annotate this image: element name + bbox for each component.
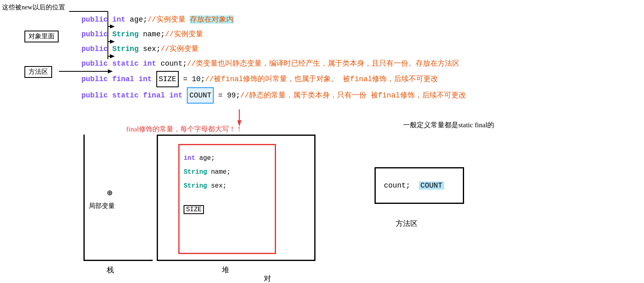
kw-String-2: String [112, 30, 143, 38]
count-assign: = 99; [214, 91, 240, 99]
kw-public-1: public [81, 15, 112, 24]
var-name: name; [143, 30, 165, 38]
comment-4: //类变量也叫静态变量，编译时已经产生，属于类本身，且只有一份。存放在方法区 [187, 60, 460, 68]
size-assign: = 10; [179, 75, 205, 83]
kw-int-5: int [138, 75, 156, 83]
final-note: final修饰的常量，每个字母都大写！！ [126, 124, 243, 134]
heap-box: int age; String name; String sex; SIZE [157, 135, 315, 261]
obj-size-wrapper: SIZE [180, 205, 275, 214]
var-sex: sex; [143, 45, 160, 53]
code-line-3: public String sex;//实例变量 [81, 42, 466, 56]
method-box: count; COUNT [375, 167, 464, 204]
kw-static-4: static [112, 60, 143, 68]
kw-String-3: String [112, 45, 143, 53]
page: 这些被new以后的位置 对象里面 方法区 public int age;//实例… [0, 0, 644, 283]
var-count: count; [160, 60, 187, 68]
code-area: public int age;//实例变量 存放在对象内 public Stri… [81, 12, 466, 104]
code-line-5: public final int SIZE = 10;//被final修饰的叫常… [81, 71, 466, 87]
obj-kw-String-name: String [184, 168, 211, 176]
obj-size-box: SIZE [184, 205, 204, 214]
comment-3: //实例变量 [160, 45, 199, 53]
stack-box: ⊕ [83, 135, 153, 261]
code-line-4: public static int count;//类变量也叫静态变量，编译时已… [81, 56, 466, 71]
code-line-6: public static final int COUNT = 99;//静态的… [81, 87, 466, 104]
obj-name: name; [211, 168, 230, 176]
spacer-1 [186, 15, 190, 24]
heap-label: 堆 [222, 265, 229, 275]
obj-label-diagram: 对象 [264, 273, 271, 283]
kw-int-1: int [112, 15, 130, 24]
kw-int-6: int [169, 91, 187, 99]
jubu-label: 局部变量 [89, 202, 115, 210]
top-annotation: 这些被new以后的位置 [2, 3, 65, 12]
comment-5: //被final修饰的叫常量，也属于对象。 被final修饰，后续不可更改 [205, 75, 438, 83]
obj-kw-int: int [184, 155, 199, 162]
method-COUNT-text: COUNT [419, 181, 444, 190]
kw-final-6: final [143, 91, 169, 99]
kw-public-3: public [81, 45, 112, 53]
obj-label-box: 对象里面 [24, 31, 59, 42]
kw-public-4: public [81, 60, 112, 68]
method-count-text: count; [384, 181, 410, 190]
method-area-label: 方法区 [396, 219, 418, 228]
size-box-top: SIZE [156, 71, 179, 87]
code-line-1: public int age;//实例变量 存放在对象内 [81, 12, 466, 27]
kw-public-5: public [81, 75, 112, 83]
comment-2: //实例变量 [165, 30, 203, 38]
comment-1: //实例变量 [147, 15, 186, 24]
obj-sex: sex; [211, 182, 226, 190]
var-age: age; [130, 15, 147, 24]
comment-6: //静态的常量，属于类本身，只有一份 被final修饰，后续不可更改 [240, 91, 466, 99]
code-line-2: public String name;//实例变量 [81, 27, 466, 42]
obj-kw-String-sex: String [184, 182, 211, 190]
method-label-box: 方法区 [24, 66, 52, 78]
object-inner-box: int age; String name; String sex; SIZE [178, 144, 276, 254]
count-box-top: COUNT [187, 87, 214, 104]
obj-age: age; [199, 155, 215, 162]
obj-line-name: String name; [180, 165, 275, 179]
kw-public-2: public [81, 30, 112, 38]
stack-label: 栈 [107, 265, 114, 275]
kw-int-4: int [143, 60, 160, 68]
obj-line-sex: String sex; [180, 179, 275, 193]
kw-final-5: final [112, 75, 139, 83]
kw-public-6: public [81, 91, 112, 99]
spacer-method [414, 181, 419, 190]
kw-static-6: static [112, 91, 143, 99]
static-final-note: 一般定义常量都是static final的 [403, 120, 494, 130]
obj-line-age: int age; [180, 151, 275, 165]
crosshair-icon: ⊕ [107, 188, 112, 199]
store-note: 存放在对象内 [190, 15, 234, 24]
